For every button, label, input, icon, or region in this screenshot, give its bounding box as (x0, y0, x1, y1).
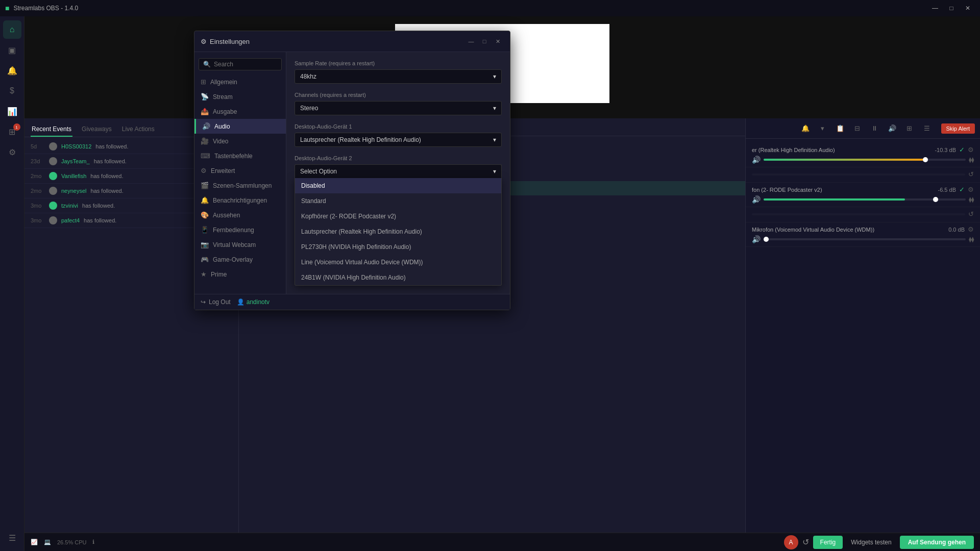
chevron-down-icon: ▾ (493, 168, 496, 175)
search-icon: 🔍 (203, 61, 211, 68)
nav-item-erweitert[interactable]: ⚙ Erweitert (194, 163, 286, 178)
dropdown-option-standard[interactable]: Standard (295, 193, 501, 209)
output-icon: 📤 (201, 108, 209, 115)
dialog-sidebar: 🔍 ⊞ Allgemein 📡 Stream 📤 Ausgabe 🔊 (194, 52, 286, 294)
game-icon: 🎮 (201, 256, 209, 263)
sample-rate-select[interactable]: 48khz ▾ (295, 69, 502, 84)
search-input[interactable] (214, 61, 290, 68)
dialog-minimize-button[interactable]: — (465, 35, 477, 47)
scenes-icon: 🎬 (201, 182, 209, 189)
stream-icon: 📡 (201, 93, 209, 101)
dialog-maximize-button[interactable]: □ (478, 35, 491, 47)
chevron-down-icon: ▾ (493, 136, 496, 143)
dropdown-option-disabled[interactable]: Disabled (295, 178, 501, 193)
dialog-title: Einstellungen (210, 38, 250, 45)
dialog-controls: — □ ✕ (465, 35, 504, 47)
nav-item-game-overlay[interactable]: 🎮 Game-Overlay (194, 252, 286, 267)
logout-icon: ↪ (201, 298, 206, 306)
dialog-overlay: ⚙ Einstellungen — □ ✕ 🔍 ⊞ Allgemein (0, 0, 980, 551)
nav-item-allgemein[interactable]: ⊞ Allgemein (194, 74, 286, 89)
audio-icon: 🔊 (202, 122, 210, 130)
settings-icon: ⚙ (201, 38, 207, 45)
nav-item-audio[interactable]: 🔊 Audio (194, 119, 286, 134)
grid-icon: ⊞ (201, 78, 206, 86)
desktop-audio2-select[interactable]: Select Option ▾ (295, 164, 502, 178)
nav-item-webcam[interactable]: 📷 Virtual Webcam (194, 237, 286, 252)
dialog-main: Sample Rate (requires a restart) 48khz ▾… (286, 52, 510, 294)
desktop-audio2-label: Desktop-Audio-Gerät 2 (295, 155, 502, 161)
desktop-audio1-label: Desktop-Audio-Gerät 1 (295, 123, 502, 130)
dialog-close-button[interactable]: ✕ (492, 35, 504, 47)
log-out-button[interactable]: ↪ Log Out (201, 298, 231, 306)
chevron-down-icon: ▾ (493, 105, 496, 112)
settings-dialog: ⚙ Einstellungen — □ ✕ 🔍 ⊞ Allgemein (194, 31, 510, 310)
dropdown-option-24b1w[interactable]: 24B1W (NVIDIA High Definition Audio) (295, 270, 501, 285)
nav-item-notifications[interactable]: 🔔 Benachrichtigungen (194, 193, 286, 208)
bell-icon: 🔔 (201, 196, 209, 204)
star-icon: ★ (201, 270, 207, 278)
keyboard-icon: ⌨ (201, 152, 210, 160)
channels-group: Channels (requires a restart) Stereo ▾ (295, 92, 502, 115)
nav-item-video[interactable]: 🎥 Video (194, 134, 286, 148)
nav-item-remote[interactable]: 📱 Fernbedienung (194, 222, 286, 237)
advanced-icon: ⚙ (201, 167, 207, 174)
dialog-titlebar: ⚙ Einstellungen — □ ✕ (194, 31, 510, 52)
dialog-content: 🔍 ⊞ Allgemein 📡 Stream 📤 Ausgabe 🔊 (194, 52, 510, 294)
user-icon: 👤 (237, 298, 244, 306)
nav-item-ausgabe[interactable]: 📤 Ausgabe (194, 104, 286, 119)
nav-item-szenen[interactable]: 🎬 Szenen-Sammlungen (194, 178, 286, 193)
channels-select[interactable]: Stereo ▾ (295, 101, 502, 115)
desktop-audio1-group: Desktop-Audio-Gerät 1 Lautsprecher (Real… (295, 123, 502, 147)
dialog-title-left: ⚙ Einstellungen (201, 38, 250, 45)
channels-label: Channels (requires a restart) (295, 92, 502, 98)
dialog-footer: ↪ Log Out 👤 andinotv (194, 294, 510, 310)
chevron-down-icon: ▾ (493, 73, 496, 80)
nav-item-tastenbefehle[interactable]: ⌨ Tastenbefehle (194, 148, 286, 163)
theme-icon: 🎨 (201, 211, 209, 219)
nav-item-aussehen[interactable]: 🎨 Aussehen (194, 208, 286, 222)
nav-item-prime[interactable]: ★ Prime (194, 267, 286, 282)
dropdown-option-kopfhorer[interactable]: Kopfhörer (2- RODE Podcaster v2) (295, 209, 501, 224)
webcam-icon: 📷 (201, 241, 209, 248)
desktop-audio1-select[interactable]: Lautsprecher (Realtek High Definition Au… (295, 133, 502, 147)
desktop-audio2-dropdown-container: Select Option ▾ Disabled Standard Kopfhö… (295, 164, 502, 286)
remote-icon: 📱 (201, 226, 209, 234)
nav-item-stream[interactable]: 📡 Stream (194, 89, 286, 104)
sample-rate-label: Sample Rate (requires a restart) (295, 60, 502, 66)
dropdown-option-line[interactable]: Line (Voicemod Virtual Audio Device (WDM… (295, 255, 501, 270)
dropdown-option-pl2730h[interactable]: PL2730H (NVIDIA High Definition Audio) (295, 239, 501, 255)
dropdown-option-lautsprecher[interactable]: Lautsprecher (Realtek High Definition Au… (295, 224, 501, 239)
desktop-audio2-dropdown-menu: Disabled Standard Kopfhörer (2- RODE Pod… (295, 178, 502, 286)
desktop-audio2-group: Desktop-Audio-Gerät 2 Select Option ▾ Di… (295, 155, 502, 286)
video-icon: 🎥 (201, 137, 209, 145)
sample-rate-group: Sample Rate (requires a restart) 48khz ▾ (295, 60, 502, 84)
search-box[interactable]: 🔍 (199, 58, 282, 70)
footer-user: 👤 andinotv (237, 298, 270, 306)
